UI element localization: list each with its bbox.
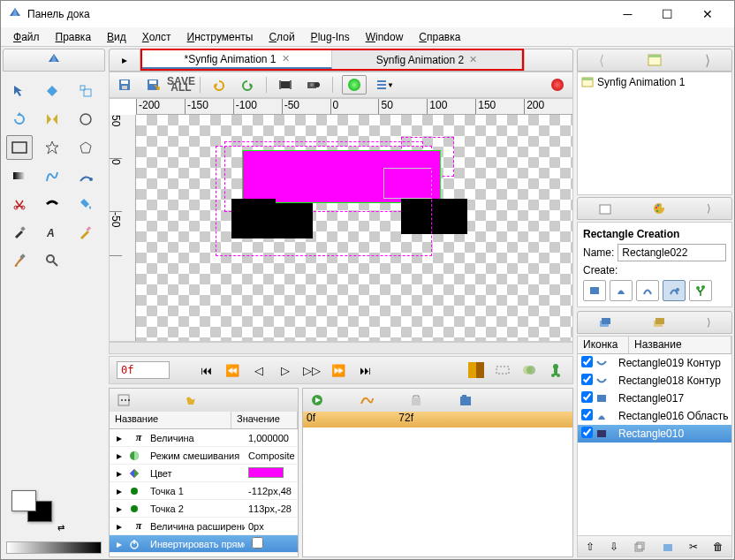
seek-prev-kf-button[interactable]: ⏪ <box>223 360 242 380</box>
timetrack-tab-icon[interactable] <box>310 393 324 407</box>
preview-quality-button[interactable] <box>342 75 367 95</box>
tool-sketch[interactable] <box>72 220 99 245</box>
param-row[interactable]: ▸πВеличина расширения0px <box>110 518 298 535</box>
layer-visible-checkbox[interactable] <box>578 427 595 441</box>
tab-synfig-animation-2[interactable]: Synfig Animation 2 ✕ <box>332 50 522 69</box>
layer-row[interactable]: Rectangle016 Область <box>578 407 731 425</box>
canvas-scrollbar-h[interactable] <box>109 342 573 354</box>
tool-scale[interactable] <box>72 79 99 103</box>
tool-smooth-move[interactable] <box>39 79 65 103</box>
tool-gradient[interactable] <box>6 163 33 188</box>
layer-row[interactable]: Rectangle019 Контур <box>578 354 731 372</box>
tool-width[interactable] <box>39 192 65 216</box>
create-plant-button[interactable] <box>689 280 712 301</box>
layer-row[interactable]: Rectangle010 <box>578 425 731 443</box>
layer-header-name[interactable]: Название <box>629 337 731 353</box>
param-value[interactable] <box>245 467 298 480</box>
layer-visible-checkbox[interactable] <box>578 356 595 370</box>
layer-cut-button[interactable]: ✂ <box>689 541 698 553</box>
preview-button[interactable] <box>276 75 295 95</box>
layer-visible-checkbox[interactable] <box>578 409 595 423</box>
animate-mode-button[interactable] <box>548 75 567 95</box>
current-time-input[interactable] <box>117 361 170 379</box>
param-value[interactable]: Composite <box>245 450 298 461</box>
menu-tools[interactable]: Инструменты <box>180 29 261 45</box>
menu-view[interactable]: Вид <box>100 29 133 45</box>
menu-file[interactable]: Файл <box>6 29 47 45</box>
param-row[interactable]: ▸Цвет <box>110 465 298 482</box>
render-button[interactable] <box>304 75 323 95</box>
layer-delete-button[interactable]: 🗑 <box>713 541 724 553</box>
param-value[interactable]: 0px <box>245 521 298 532</box>
create-curve-gradient-button[interactable] <box>663 280 686 301</box>
bounds-button[interactable] <box>493 360 512 380</box>
shape-bounding[interactable] <box>216 146 432 256</box>
save-as-button[interactable] <box>143 75 163 95</box>
tool-mirror[interactable] <box>39 107 65 132</box>
layer-new-icon[interactable] <box>598 201 612 216</box>
menu-plugins[interactable]: Plug-Ins <box>304 29 357 45</box>
param-row[interactable]: ▸Точка 1-112px,48 <box>110 482 298 500</box>
param-row[interactable]: ▸Точка 2113px,-28 <box>110 500 298 518</box>
param-value[interactable]: -112px,48 <box>245 486 298 496</box>
tool-transform[interactable] <box>6 79 33 103</box>
keyframe-lock-button[interactable] <box>546 360 565 380</box>
swap-colors-icon[interactable]: ⇄ <box>57 523 64 533</box>
layer-row[interactable]: Rectangle017 <box>578 390 731 407</box>
nav-more-icon[interactable]: ⟩ <box>707 316 711 329</box>
create-region-button[interactable] <box>583 280 606 301</box>
canvas-viewport[interactable]: -200 -150 -100 -50 0 50 100 150 200 50 0… <box>109 98 573 342</box>
expand-icon[interactable]: ▸ <box>110 538 129 550</box>
maximize-button[interactable]: ☐ <box>648 1 687 27</box>
palette-icon[interactable] <box>652 201 666 216</box>
tool-zoom[interactable] <box>39 248 65 273</box>
seek-start-button[interactable]: ⏮ <box>196 360 216 380</box>
tab-synfig-animation-1[interactable]: *Synfig Animation 1 ✕ <box>142 50 332 69</box>
canvas-browser-icon[interactable] <box>648 53 662 67</box>
tool-brush[interactable] <box>6 248 33 273</box>
fill-color[interactable] <box>11 490 36 511</box>
menu-help[interactable]: Справка <box>412 29 467 45</box>
tab-overflow[interactable] <box>524 49 573 72</box>
menu-layer[interactable]: Слой <box>261 29 301 45</box>
expand-icon[interactable]: ▸ <box>110 503 129 515</box>
canvas-list-item[interactable]: Synfig Animation 1 <box>581 76 728 88</box>
menu-window[interactable]: Window <box>359 29 411 45</box>
expand-icon[interactable]: ▸ <box>110 432 129 444</box>
param-value[interactable] <box>245 537 298 550</box>
layer-group-button[interactable] <box>662 541 674 553</box>
viewport[interactable] <box>136 115 572 341</box>
create-outline-button[interactable] <box>610 280 633 301</box>
param-header-value[interactable]: Значение <box>231 412 298 428</box>
param-value[interactable]: 113px,-28 <box>245 503 298 514</box>
param-value[interactable]: 1,000000 <box>245 433 298 443</box>
gradient-preview[interactable] <box>6 541 102 554</box>
tool-fill[interactable] <box>72 192 99 216</box>
tool-circle[interactable] <box>72 107 99 132</box>
tool-draw[interactable] <box>72 163 99 188</box>
tool-text[interactable]: A <box>39 220 65 245</box>
history-tab-icon[interactable] <box>409 393 423 407</box>
save-button[interactable] <box>115 75 134 95</box>
timeline-ruler[interactable]: 0f 72f <box>303 412 572 428</box>
menu-canvas[interactable]: Холст <box>135 29 178 45</box>
canvas-list[interactable]: Synfig Animation 1 <box>577 72 732 195</box>
expand-icon[interactable]: ▸ <box>110 467 129 480</box>
layer-visible-checkbox[interactable] <box>578 374 595 388</box>
expand-icon[interactable]: ▸ <box>110 485 129 497</box>
tool-spline[interactable] <box>39 163 65 188</box>
layer-visible-checkbox[interactable] <box>578 391 595 405</box>
play-button[interactable]: ▷ <box>276 360 295 380</box>
close-icon[interactable]: ✕ <box>282 53 290 64</box>
expand-icon[interactable]: ▸ <box>110 520 129 533</box>
seek-prev-frame-button[interactable]: ◁ <box>249 360 269 380</box>
param-header-name[interactable]: Название <box>110 412 231 428</box>
tool-rectangle[interactable] <box>6 135 33 160</box>
undo-button[interactable] <box>209 75 229 95</box>
library-tab-icon[interactable] <box>652 315 666 329</box>
menu-edit[interactable]: Правка <box>49 29 99 45</box>
layer-raise-button[interactable]: ⇧ <box>586 541 595 553</box>
layer-lower-button[interactable]: ⇩ <box>610 541 618 553</box>
close-icon[interactable]: ✕ <box>469 54 477 65</box>
minimize-button[interactable]: ─ <box>608 1 648 27</box>
